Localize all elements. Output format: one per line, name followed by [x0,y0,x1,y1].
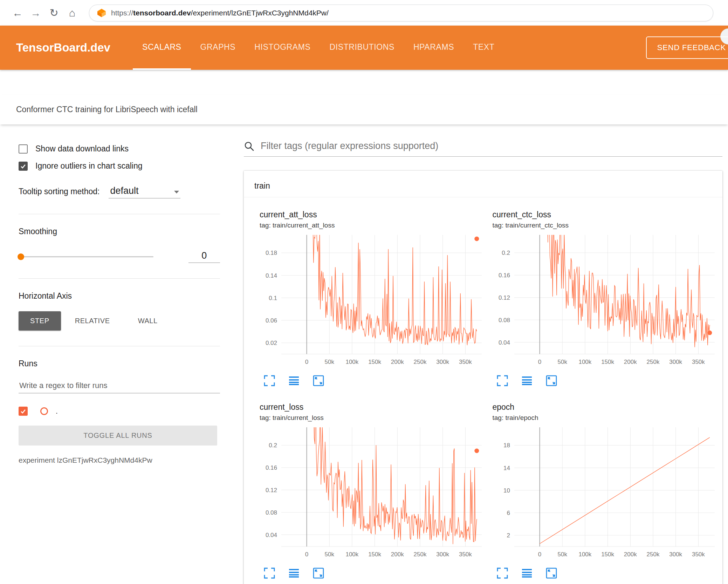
tab-scalars[interactable]: SCALARS [133,26,191,70]
x-tick-label: 0 [538,551,541,558]
expand-chart-icon[interactable] [263,567,276,579]
content-area: Show data download links Ignore outliers… [0,124,728,584]
train-section-header[interactable]: train [244,171,722,197]
last-value-dot [474,237,479,241]
fit-domain-icon[interactable] [312,374,325,387]
x-tick-label: 200k [624,551,637,558]
reload-icon[interactable]: ↻ [45,4,63,22]
divider [19,278,220,279]
experiment-id-line: experiment lzGnETjwRxC3yghNMd4kPw [19,456,220,464]
show-download-links-row[interactable]: Show data download links [19,144,220,154]
smoothing-slider-thumb[interactable] [18,253,24,260]
ignore-outliers-row[interactable]: Ignore outliers in chart scaling [19,161,220,171]
run-row[interactable]: . [19,407,220,416]
series-line [307,233,477,345]
y-tick-label: 0.16 [266,464,277,471]
x-tick-label: 150k [368,551,381,558]
x-tick-label: 100k [578,359,591,365]
chart-canvas-current_att_loss[interactable]: 0.020.060.10.140.18050k100k150k200k250k3… [260,233,484,367]
expand-chart-icon[interactable] [496,374,509,387]
chart-current-loss: current_loss tag: train/current_loss 0.0… [260,402,486,579]
axis-step-button[interactable]: STEP [19,311,61,331]
run-checkbox[interactable] [19,407,28,416]
fit-domain-icon[interactable] [545,374,558,387]
chart-tag: tag: train/epoch [493,414,719,422]
chart-canvas-epoch[interactable]: 26101418050k100k150k200k250k300k350k [493,425,717,559]
y-tick-label: 2 [507,532,510,539]
chart-plot: 0.040.080.120.160.2050k100k150k200k250k3… [260,425,486,559]
smoothing-label: Smoothing [19,227,220,236]
x-tick-label: 300k [669,551,682,558]
forward-icon[interactable]: → [27,4,45,22]
expand-chart-icon[interactable] [263,374,276,387]
url-scheme: https:// [111,9,133,17]
axis-wall-button[interactable]: WALL [124,311,172,331]
y-tick-label: 6 [507,510,510,516]
y-tick-label: 0.2 [269,442,277,449]
tab-graphs[interactable]: GRAPHS [191,26,245,70]
y-tick-label: 0.1 [269,295,277,301]
y-tick-label: 0.04 [266,532,277,538]
y-tick-label: 0.02 [266,340,277,346]
x-tick-label: 250k [414,551,427,558]
x-tick-label: 200k [391,359,404,365]
x-tick-label: 100k [578,551,591,558]
toggle-y-axis-icon[interactable] [521,374,533,387]
divider [19,346,220,346]
expand-chart-icon[interactable] [496,567,509,579]
tab-histograms[interactable]: HISTOGRAMS [245,26,320,70]
chart-toolbar [493,567,719,579]
train-section-card: train current_att_loss tag: train/curren… [244,171,722,584]
url-bar[interactable]: https://tensorboard.dev/experiment/lzGnE… [89,5,713,21]
runs-filter-input[interactable] [19,378,220,393]
nav-tabs: SCALARS GRAPHS HISTOGRAMS DISTRIBUTIONS … [133,26,504,70]
show-download-links-checkbox[interactable] [19,144,28,154]
x-tick-label: 350k [459,359,472,365]
ignore-outliers-label: Ignore outliers in chart scaling [35,161,143,171]
horizontal-axis-buttons: STEP RELATIVE WALL [19,311,220,331]
smoothing-slider-row: 0 [19,250,220,263]
tooltip-sorting-row: Tooltip sorting method: default [19,185,220,198]
run-color-swatch[interactable] [40,407,48,415]
chart-title: epoch [493,402,719,412]
toggle-y-axis-icon[interactable] [521,567,533,579]
fit-domain-icon[interactable] [545,567,558,579]
toggle-all-runs-button[interactable]: TOGGLE ALL RUNS [19,426,217,446]
chart-tag: tag: train/current_att_loss [260,222,486,229]
y-tick-label: 0.14 [266,272,277,279]
send-feedback-button[interactable]: SEND FEEDBACK [646,36,728,59]
tab-text[interactable]: TEXT [463,26,504,70]
axis-relative-button[interactable]: RELATIVE [61,311,124,331]
chart-plot: 0.040.080.120.160.2050k100k150k200k250k3… [493,233,719,367]
url-path: /experiment/lzGnETjwRxC3yghNMd4kPw/ [191,9,329,17]
smoothing-slider[interactable] [19,256,153,257]
chart-canvas-current_loss[interactable]: 0.040.080.120.160.2050k100k150k200k250k3… [260,425,484,559]
experiment-description-bar: Conformer CTC training for LibriSpeech w… [0,95,728,124]
y-tick-label: 0.08 [498,317,510,324]
tooltip-sorting-dropdown[interactable]: default [109,185,180,198]
fit-domain-icon[interactable] [312,567,325,579]
x-tick-label: 150k [601,359,614,365]
tab-distributions[interactable]: DISTRIBUTIONS [320,26,404,70]
ignore-outliers-checkbox[interactable] [19,162,28,171]
x-tick-label: 250k [646,551,659,558]
y-tick-label: 18 [503,442,510,449]
series-line [540,437,709,544]
show-download-links-label: Show data download links [35,144,129,154]
tag-filter-row [244,141,722,157]
toggle-y-axis-icon[interactable] [288,374,300,387]
tag-filter-input[interactable] [261,141,722,151]
smoothing-value[interactable]: 0 [188,250,220,263]
x-tick-label: 350k [692,359,705,365]
chart-current-att-loss: current_att_loss tag: train/current_att_… [260,210,486,387]
url-domain: tensorboard.dev [133,9,191,17]
home-icon[interactable]: ⌂ [63,4,81,22]
runs-label: Runs [19,359,220,368]
chart-canvas-current_ctc_loss[interactable]: 0.040.080.120.160.2050k100k150k200k250k3… [493,233,717,367]
x-tick-label: 150k [601,551,614,558]
y-tick-label: 0.06 [266,317,277,324]
tab-hparams[interactable]: HPARAMS [404,26,463,70]
back-icon[interactable]: ← [8,4,27,22]
series-line [540,233,709,347]
toggle-y-axis-icon[interactable] [288,567,300,579]
